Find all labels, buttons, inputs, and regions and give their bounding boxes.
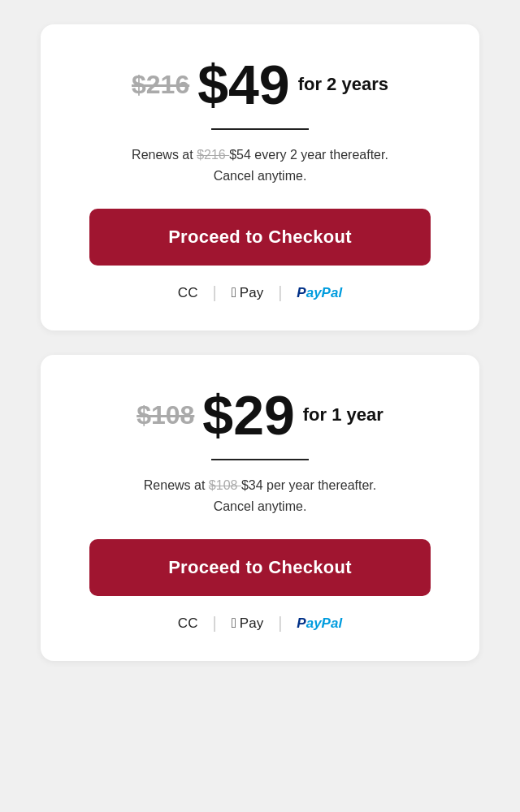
renews-text-1year: Renews at $108 $34 per year thereafter. … [144, 475, 376, 516]
renews-text-2year: Renews at $216 $54 every 2 year thereaft… [132, 145, 388, 186]
duration-2year: for 2 years [298, 74, 388, 95]
sep1-2year: | [212, 283, 216, 302]
cc-label-2year: CC [178, 285, 198, 301]
checkout-button-2year[interactable]: Proceed to Checkout [89, 209, 431, 266]
checkout-button-1year[interactable]: Proceed to Checkout [89, 539, 431, 596]
divider-1year [211, 459, 309, 460]
paypal-p2-1year: ayPal [306, 615, 342, 632]
renew-strike-2year: $216 [197, 148, 229, 162]
applepay-label-2year: Pay [240, 285, 263, 301]
applepay-2year:  Pay [232, 285, 264, 301]
paypal-p1-1year: P [297, 615, 306, 632]
payment-options-2year: CC |  Pay | P ayPal [178, 283, 342, 302]
renew-cancel-1year: Cancel anytime. [214, 499, 307, 513]
renew-strike-1year: $108 [209, 478, 241, 492]
paypal-p1-2year: P [297, 285, 306, 301]
renew-prefix-1year: Renews at [144, 478, 209, 492]
sep2-1year: | [278, 614, 282, 633]
apple-icon-1year:  [232, 615, 236, 632]
divider-2year [211, 128, 309, 130]
original-price-1year: $108 [136, 400, 194, 430]
two-year-plan-card: $216 $49 for 2 years Renews at $216 $54 … [41, 24, 479, 330]
apple-icon-2year:  [232, 285, 236, 301]
renew-prefix-2year: Renews at [132, 148, 197, 162]
paypal-logo-1year: P ayPal [297, 615, 342, 632]
applepay-1year:  Pay [232, 615, 264, 632]
price-row-2year: $216 $49 for 2 years [132, 57, 388, 112]
sep1-1year: | [212, 614, 216, 633]
current-price-2year: $49 [197, 57, 289, 112]
one-year-plan-card: $108 $29 for 1 year Renews at $108 $34 p… [41, 355, 479, 661]
original-price-2year: $216 [132, 70, 189, 100]
payment-options-1year: CC |  Pay | P ayPal [178, 614, 342, 633]
current-price-1year: $29 [202, 387, 294, 443]
sep2-2year: | [278, 283, 282, 302]
applepay-label-1year: Pay [240, 615, 263, 632]
paypal-logo-2year: P ayPal [297, 285, 342, 301]
cc-label-1year: CC [178, 615, 198, 632]
renew-amount-1year: $34 per year thereafter. [241, 478, 376, 492]
renew-cancel-2year: Cancel anytime. [214, 169, 307, 183]
duration-1year: for 1 year [303, 404, 384, 425]
renew-amount-2year: $54 every 2 year thereafter. [229, 148, 388, 162]
paypal-p2-2year: ayPal [306, 285, 342, 301]
price-row-1year: $108 $29 for 1 year [136, 387, 384, 443]
